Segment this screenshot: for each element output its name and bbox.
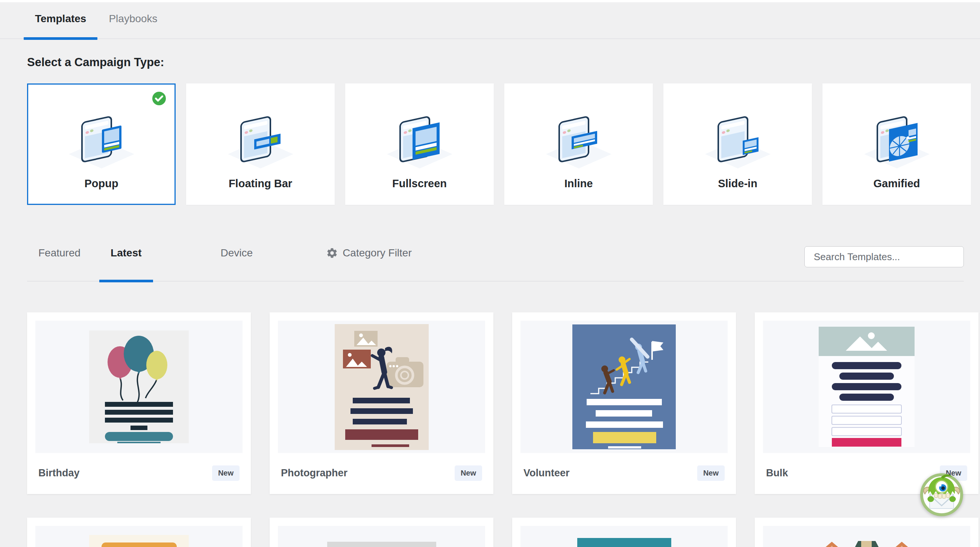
partial-thumbnail-teal xyxy=(520,526,728,547)
floating-bar-campaign-icon xyxy=(225,91,296,177)
template-title: Birthday xyxy=(38,467,80,479)
campaign-type-card-floating-bar[interactable]: Floating Bar xyxy=(186,83,335,205)
campaign-type-label: Gamified xyxy=(873,177,920,190)
campaign-type-label: Fullscreen xyxy=(392,177,447,190)
photographer-thumbnail xyxy=(278,321,485,453)
template-title: Photographer xyxy=(281,467,347,479)
new-badge: New xyxy=(455,466,482,481)
template-card-birthday[interactable]: Birthday New xyxy=(27,312,251,494)
category-filter-button[interactable]: Category Filter xyxy=(315,241,423,281)
templates-grid: Birthday New xyxy=(27,312,978,494)
popup-campaign-icon xyxy=(66,91,137,177)
tab-playbooks[interactable]: Playbooks xyxy=(97,8,169,38)
fullscreen-campaign-icon xyxy=(384,91,455,177)
partial-thumbnail-coupon xyxy=(35,526,243,547)
campaign-type-heading: Select a Campaign Type: xyxy=(27,56,980,69)
new-badge: New xyxy=(697,466,725,481)
campaign-type-grid: Popup Floating Bar xyxy=(27,83,971,205)
category-filter-label: Category Filter xyxy=(343,247,412,259)
main-tab-bar: Templates Playbooks xyxy=(0,2,980,39)
campaign-type-card-popup[interactable]: Popup xyxy=(27,83,176,205)
template-filter-bar: Featured Latest Device Category Filter xyxy=(27,241,964,281)
template-card-partial-4[interactable] xyxy=(755,518,978,547)
template-card-partial-1[interactable] xyxy=(27,518,251,547)
template-card-partial-2[interactable] xyxy=(270,518,493,547)
search-input[interactable] xyxy=(804,246,964,267)
new-badge: New xyxy=(212,466,240,481)
template-card-bulk[interactable]: Bulk New xyxy=(755,312,978,494)
campaign-type-label: Popup xyxy=(84,177,118,190)
filter-tab-latest[interactable]: Latest xyxy=(99,241,153,281)
campaign-type-label: Slide-in xyxy=(718,177,757,190)
partial-thumbnail-gray xyxy=(278,526,485,547)
campaign-type-card-inline[interactable]: Inline xyxy=(504,83,653,205)
inline-campaign-icon xyxy=(543,91,614,177)
slide-in-campaign-icon xyxy=(702,91,773,177)
campaign-type-card-fullscreen[interactable]: Fullscreen xyxy=(345,83,494,205)
filter-tab-featured[interactable]: Featured xyxy=(27,241,92,281)
template-title: Bulk xyxy=(766,467,788,479)
campaign-type-label: Inline xyxy=(565,177,593,190)
tab-templates[interactable]: Templates xyxy=(24,8,97,38)
template-card-volunteer[interactable]: Volunteer New xyxy=(512,312,736,494)
campaign-type-card-slide-in[interactable]: Slide-in xyxy=(663,83,812,205)
templates-grid-row2 xyxy=(27,518,978,547)
check-circle-icon xyxy=(152,91,166,106)
campaign-type-label: Floating Bar xyxy=(229,177,292,190)
optinmonster-mascot[interactable] xyxy=(920,473,964,517)
template-card-partial-3[interactable] xyxy=(512,518,736,547)
campaign-type-card-gamified[interactable]: Gamified xyxy=(822,83,971,205)
bulk-thumbnail xyxy=(763,321,970,453)
volunteer-thumbnail xyxy=(520,321,728,453)
search-wrap xyxy=(804,246,964,267)
gear-icon xyxy=(326,247,338,259)
birthday-thumbnail xyxy=(35,321,243,453)
template-title: Volunteer xyxy=(523,467,570,479)
gamified-campaign-icon xyxy=(861,91,932,177)
partial-thumbnail-tents xyxy=(763,526,970,547)
template-card-photographer[interactable]: Photographer New xyxy=(270,312,493,494)
filter-tab-device[interactable]: Device xyxy=(210,241,264,281)
